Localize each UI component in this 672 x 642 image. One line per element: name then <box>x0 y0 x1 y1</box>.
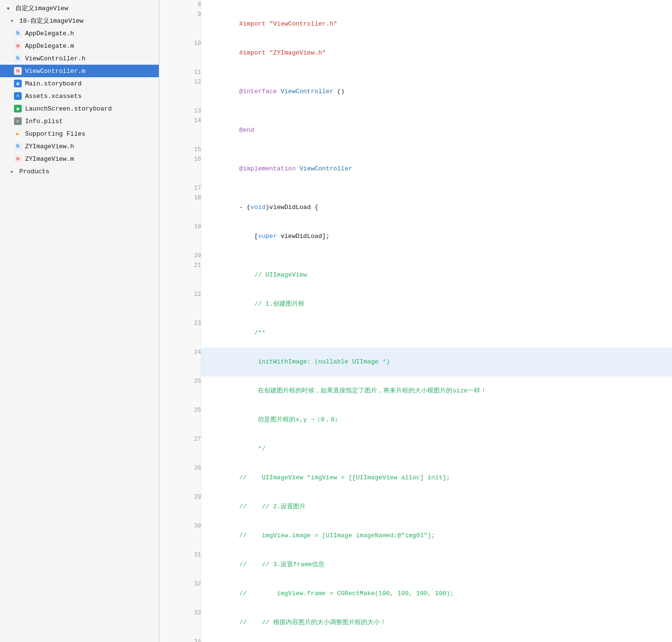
plist-icon: P <box>14 117 22 126</box>
line-content: 在创建图片框的时候，如果直接指定了图片，将来片框的大小根图片的size一样！ <box>201 377 672 405</box>
line-number: 16 <box>159 154 201 183</box>
sidebar-item-label: ViewController.h <box>25 55 155 62</box>
code-line-12: 12 @interface ViewController () <box>159 77 672 106</box>
code-line-16: 16 @implementation ViewController <box>159 154 672 183</box>
folder-expand-icon: ▾ <box>8 16 16 25</box>
sidebar-item-launchscreen[interactable]: ▣ LaunchScreen.storyboard <box>0 102 159 115</box>
line-content <box>201 68 672 77</box>
sidebar-item-label: AppDelegate.m <box>25 42 155 50</box>
code-line-25: 25 在创建图片框的时候，如果直接指定了图片，将来片框的大小根图片的size一样… <box>159 377 672 405</box>
line-number: 31 <box>159 550 201 579</box>
sidebar-item-zyimageview-h[interactable]: h ZYImageView.h <box>0 140 159 153</box>
sidebar-item-main-storyboard[interactable]: ▣ Main.storyboard <box>0 77 159 90</box>
line-number: 27 <box>159 434 201 463</box>
line-number: 22 <box>159 290 201 319</box>
file-navigator[interactable]: ▾ 自定义imageView ▾ 18-自定义imageView h AppDe… <box>0 0 159 642</box>
line-content: // // 3.设置frame信息 <box>201 550 672 579</box>
line-content: [super viewDidLoad]; <box>201 222 672 251</box>
sidebar-item-viewcontroller-h[interactable]: h ViewController.h <box>0 52 159 65</box>
line-number: 8 <box>159 0 201 10</box>
code-line-19: 19 [super viewDidLoad]; <box>159 222 672 251</box>
line-content: /** <box>201 319 672 348</box>
line-content: // UIImageView *imgView = [[UIImageView … <box>201 463 672 492</box>
sidebar-item-zyimageview-m[interactable]: m ZYImageView.m <box>0 153 159 165</box>
line-content: // imgView.frame = CGRectMake(100, 100, … <box>201 579 672 608</box>
line-number: 13 <box>159 106 201 116</box>
code-editor[interactable]: 8 9 #import "ViewController.h" 10 #impor… <box>159 0 672 642</box>
sidebar-item-label: Main.storyboard <box>25 80 155 87</box>
code-line-8: 8 <box>159 0 672 10</box>
sidebar-item-label: Supporting Files <box>25 130 155 138</box>
sidebar-item-label: LaunchScreen.storyboard <box>25 105 155 112</box>
line-number: 30 <box>159 521 201 550</box>
line-content: @implementation ViewController <box>201 154 672 183</box>
code-line-24: 24 initWithImage: (nullable UIImage *) <box>159 348 672 377</box>
sidebar-item-viewcontroller-m[interactable]: m ViewController.m <box>0 65 159 77</box>
line-number: 33 <box>159 608 201 637</box>
line-content: // UIImageView <box>201 261 672 290</box>
sidebar-item-products[interactable]: ▸ Products <box>0 165 159 178</box>
line-number: 23 <box>159 319 201 348</box>
code-line-22: 22 // 1.创建图片框 <box>159 290 672 319</box>
folder-icon: ▾ <box>4 4 13 13</box>
line-content: // imgView.image = [UIImage imageNamed:@… <box>201 521 672 550</box>
line-number: 21 <box>159 261 201 290</box>
line-content <box>201 183 672 193</box>
code-line-20: 20 <box>159 251 672 261</box>
code-line-28: 28 // UIImageView *imgView = [[UIImageVi… <box>159 463 672 492</box>
h-file-icon: h <box>14 54 22 63</box>
line-number: 15 <box>159 145 201 154</box>
sidebar-item-18-custom[interactable]: ▾ 18-自定义imageView <box>0 14 159 27</box>
code-line-21: 21 // UIImageView <box>159 261 672 290</box>
storyboard-icon: ▣ <box>14 79 22 88</box>
sidebar-item-assets[interactable]: A Assets.xcassets <box>0 90 159 102</box>
line-content: // 1.创建图片框 <box>201 290 672 319</box>
assets-icon: A <box>14 92 22 100</box>
line-number: 18 <box>159 193 201 222</box>
folder-yellow-icon: ▸ <box>14 129 22 138</box>
sidebar-item-label: ViewController.m <box>25 68 155 75</box>
folder-expand-icon: ▸ <box>8 167 16 176</box>
code-line-23: 23 /** <box>159 319 672 348</box>
line-number: 28 <box>159 463 201 492</box>
line-number: 9 <box>159 10 201 39</box>
code-line-31: 31 // // 3.设置frame信息 <box>159 550 672 579</box>
line-content: // // [imgView sizeToFit]; <box>201 637 672 642</box>
m-file-icon: m <box>14 42 22 50</box>
sidebar-item-appdelegate-h[interactable]: h AppDelegate.h <box>0 27 159 40</box>
line-content: 但是图片框的x,y ~（0，0） <box>201 405 672 434</box>
line-number: 17 <box>159 183 201 193</box>
line-content: - (void)viewDidLoad { <box>201 193 672 222</box>
sidebar-item-custom-imageview-title[interactable]: ▾ 自定义imageView <box>0 2 159 14</box>
sidebar-item-supporting-files[interactable]: ▸ Supporting Files <box>0 127 159 140</box>
code-line-32: 32 // imgView.frame = CGRectMake(100, 10… <box>159 579 672 608</box>
line-number: 29 <box>159 492 201 521</box>
sidebar-item-appdelegate-m[interactable]: m AppDelegate.m <box>0 40 159 52</box>
h-file-icon: h <box>14 29 22 38</box>
sidebar-item-label: Assets.xcassets <box>25 93 155 100</box>
sidebar-item-info-plist[interactable]: P Info.plist <box>0 115 159 127</box>
line-content <box>201 106 672 116</box>
line-number: 12 <box>159 77 201 106</box>
sidebar-item-label: ZYImageView.m <box>25 155 155 163</box>
sidebar-item-label: Products <box>19 168 155 175</box>
code-line-33: 33 // // 根据内容图片的大小调整图片框的大小！ <box>159 608 672 637</box>
line-number: 10 <box>159 39 201 68</box>
line-content: #import "ZYImageView.h" <box>201 39 672 68</box>
code-line-27: 27 */ <box>159 434 672 463</box>
sidebar-item-label: AppDelegate.h <box>25 30 155 37</box>
line-number: 25 <box>159 377 201 405</box>
line-number: 32 <box>159 579 201 608</box>
sidebar-item-label: 自定义imageView <box>15 4 155 13</box>
line-number: 14 <box>159 116 201 145</box>
line-content: // // 根据内容图片的大小调整图片框的大小！ <box>201 608 672 637</box>
sidebar-item-label: 18-自定义imageView <box>19 16 155 25</box>
code-line-10: 10 #import "ZYImageView.h" <box>159 39 672 68</box>
line-number: 26 <box>159 405 201 434</box>
line-number: 34 <box>159 637 201 642</box>
code-table: 8 9 #import "ViewController.h" 10 #impor… <box>159 0 672 642</box>
h-file-icon: h <box>14 142 22 151</box>
line-number: 24 <box>159 348 201 377</box>
line-content: initWithImage: (nullable UIImage *) <box>201 348 672 377</box>
line-number: 11 <box>159 68 201 77</box>
